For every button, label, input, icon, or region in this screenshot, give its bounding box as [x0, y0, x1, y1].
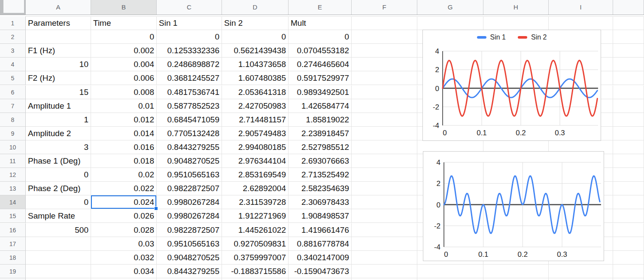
cell-J20[interactable] [613, 278, 644, 280]
cell-J15[interactable] [613, 209, 644, 223]
row-header-8[interactable]: 8 [0, 113, 26, 127]
cell-D4[interactable]: 1.104373658 [222, 58, 289, 71]
cell-C10[interactable]: 0.8443279255 [157, 140, 222, 154]
cell-D8[interactable]: 2.714481157 [222, 113, 289, 127]
row-header-6[interactable]: 6 [0, 85, 26, 99]
select-all-corner[interactable] [0, 0, 26, 15]
cell-D3[interactable]: 0.5621439438 [222, 44, 289, 58]
cell-D10[interactable]: 2.994080185 [222, 140, 289, 154]
column-header-F[interactable]: F [352, 0, 417, 15]
column-header-partial[interactable] [613, 0, 644, 15]
cell-D1[interactable]: Sin 2 [222, 16, 289, 30]
cell-E8[interactable]: 1.85819022 [289, 113, 352, 127]
cell-J18[interactable] [613, 251, 644, 265]
cell-A6[interactable]: 15 [26, 85, 91, 99]
cell-A7[interactable]: Amplitude 1 [26, 99, 91, 113]
row-header-20[interactable] [0, 278, 26, 280]
cell-F18[interactable] [352, 251, 417, 265]
cell-A17[interactable] [26, 237, 91, 251]
cell-B14[interactable]: 0.024 [91, 195, 157, 209]
column-header-B[interactable]: B [91, 0, 157, 15]
cell-E5[interactable]: 0.5917529977 [289, 71, 352, 85]
cell-B2[interactable]: 0 [91, 30, 157, 44]
cell-F20[interactable] [352, 278, 417, 280]
cell-E17[interactable]: 0.8816778784 [289, 237, 352, 251]
cell-F9[interactable] [352, 127, 417, 140]
cell-E3[interactable]: 0.0704553182 [289, 44, 352, 58]
cell-J1[interactable] [613, 16, 644, 30]
cell-F5[interactable] [352, 71, 417, 85]
cell-B16[interactable]: 0.028 [91, 223, 157, 237]
cell-J10[interactable] [613, 140, 644, 154]
cell-C16[interactable]: 0.9822872507 [157, 223, 222, 237]
cell-C4[interactable]: 0.2486898872 [157, 58, 222, 71]
cell-J2[interactable] [613, 30, 644, 44]
cell-C7[interactable]: 0.5877852523 [157, 99, 222, 113]
cell-J12[interactable] [613, 168, 644, 182]
cell-J16[interactable] [613, 223, 644, 237]
cell-E15[interactable]: 1.908498537 [289, 209, 352, 223]
fill-handle[interactable] [154, 207, 158, 210]
cell-J6[interactable] [613, 85, 644, 99]
cell-A5[interactable]: F2 (Hz) [26, 71, 91, 85]
cell-C9[interactable]: 0.7705132428 [157, 127, 222, 140]
cell-B19[interactable]: 0.034 [91, 265, 157, 278]
cell-F11[interactable] [352, 154, 417, 168]
cell-D5[interactable]: 1.607480385 [222, 71, 289, 85]
sine-waves-chart[interactable]: 420-2-400.10.20.3Sin 1Sin 2 [422, 30, 601, 141]
cell-C6[interactable]: 0.4817536741 [157, 85, 222, 99]
row-header-13[interactable]: 13 [0, 182, 26, 195]
cell-E14[interactable]: 2.306978433 [289, 195, 352, 209]
cell-A4[interactable]: 10 [26, 58, 91, 71]
cell-H1[interactable] [483, 16, 549, 30]
cell-G20[interactable] [417, 278, 483, 280]
legend-item-sin-2[interactable]: Sin 2 [518, 33, 547, 41]
cell-A20[interactable] [26, 278, 91, 280]
column-header-D[interactable]: D [222, 0, 289, 15]
cell-A1[interactable]: Parameters [26, 16, 91, 30]
cell-D11[interactable]: 2.976344104 [222, 154, 289, 168]
cell-B18[interactable]: 0.032 [91, 251, 157, 265]
cell-A19[interactable] [26, 265, 91, 278]
cell-A16[interactable]: 500 [26, 223, 91, 237]
cell-I20[interactable] [549, 278, 613, 280]
cell-A9[interactable]: Amplitude 2 [26, 127, 91, 140]
cell-E19[interactable]: -0.1590473673 [289, 265, 352, 278]
cell-A15[interactable]: Sample Rate [26, 209, 91, 223]
cell-C14[interactable]: 0.9980267284 [157, 195, 222, 209]
cell-B13[interactable]: 0.022 [91, 182, 157, 195]
row-header-15[interactable]: 15 [0, 209, 26, 223]
cell-F3[interactable] [352, 44, 417, 58]
cell-C1[interactable]: Sin 1 [157, 16, 222, 30]
cell-F10[interactable] [352, 140, 417, 154]
row-header-10[interactable]: 10 [0, 140, 26, 154]
cell-F13[interactable] [352, 182, 417, 195]
cell-J19[interactable] [613, 265, 644, 278]
cell-B9[interactable]: 0.014 [91, 127, 157, 140]
cell-J4[interactable] [613, 58, 644, 71]
cell-J11[interactable] [613, 154, 644, 168]
cell-D7[interactable]: 2.427050983 [222, 99, 289, 113]
cell-J14[interactable] [613, 195, 644, 209]
cell-G19[interactable] [417, 265, 483, 278]
cell-H19[interactable] [483, 265, 549, 278]
cell-A13[interactable]: Phase 2 (Deg) [26, 182, 91, 195]
cell-J5[interactable] [613, 71, 644, 85]
cell-A3[interactable]: F1 (Hz) [26, 44, 91, 58]
cell-D17[interactable]: 0.9270509831 [222, 237, 289, 251]
cell-C12[interactable]: 0.9510565163 [157, 168, 222, 182]
row-header-18[interactable]: 18 [0, 251, 26, 265]
cell-B15[interactable]: 0.026 [91, 209, 157, 223]
cell-A2[interactable] [26, 30, 91, 44]
cell-F2[interactable] [352, 30, 417, 44]
cell-F6[interactable] [352, 85, 417, 99]
cell-A18[interactable] [26, 251, 91, 265]
cell-E18[interactable]: 0.3402147009 [289, 251, 352, 265]
cell-C18[interactable]: 0.9048270525 [157, 251, 222, 265]
cell-C20[interactable] [157, 278, 222, 280]
cell-E2[interactable]: 0 [289, 30, 352, 44]
cell-I1[interactable] [549, 16, 613, 30]
cell-D19[interactable]: -0.1883715586 [222, 265, 289, 278]
cell-F15[interactable] [352, 209, 417, 223]
cell-B12[interactable]: 0.02 [91, 168, 157, 182]
